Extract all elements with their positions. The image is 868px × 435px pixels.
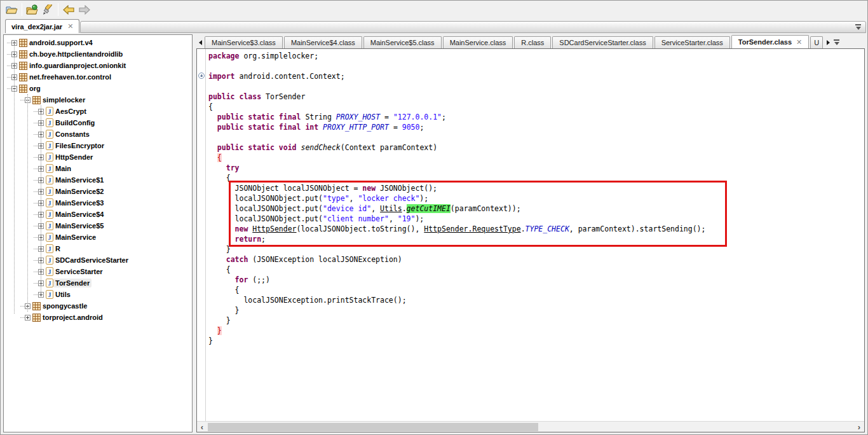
tree-connector-line	[7, 66, 11, 66]
toolbar	[1, 1, 867, 18]
tab-r-class[interactable]: R.class	[514, 36, 551, 48]
code-line: }	[208, 315, 864, 326]
keyword-token: return	[235, 235, 262, 244]
tree-item-servicestarter[interactable]: JServiceStarter	[4, 266, 191, 277]
search-highlight-token: getCutIMEI	[407, 204, 451, 213]
code-line: new HttpSender(localJSONObject.toString(…	[208, 224, 864, 234]
tab-scroll-left-icon[interactable]	[196, 36, 205, 48]
close-icon[interactable]: ✕	[796, 39, 802, 46]
code-line: {	[208, 153, 864, 163]
tree-connector-line	[34, 203, 38, 204]
java-class-icon: J	[46, 244, 53, 253]
tree-item-httpsender[interactable]: JHttpSender	[4, 151, 191, 163]
tree-item-torsender[interactable]: JTorSender	[4, 277, 191, 289]
close-icon[interactable]: ✕	[67, 23, 73, 30]
keyword-token: static	[248, 113, 275, 121]
package-icon	[19, 62, 27, 70]
tab-torsender-class[interactable]: TorSender.class✕	[731, 35, 809, 48]
tree-item-main[interactable]: JMain	[4, 163, 191, 174]
package-icon	[19, 50, 27, 59]
keyword-token: final	[279, 113, 301, 121]
tree-item-buildconfig[interactable]: JBuildConfig	[4, 117, 191, 128]
tree-item-constants[interactable]: JConstants	[4, 128, 191, 140]
code-editor: package org.simplelocker;import android.…	[196, 48, 865, 432]
scroll-left-icon[interactable]: ‹	[197, 422, 207, 432]
fold-margin	[197, 49, 206, 421]
code-line: public static void sendCheck(Context par…	[208, 142, 864, 153]
tree-connector-line	[34, 157, 38, 158]
code-line: localJSONException.printStackTrace();	[208, 295, 864, 305]
tab-mainservice-4-class[interactable]: MainService$4.class	[284, 36, 362, 48]
horizontal-scrollbar[interactable]: ‹ ›	[197, 421, 864, 432]
tree-item-label: MainService$1	[53, 176, 105, 184]
tree-item-mainservice-5[interactable]: JMainService$5	[4, 220, 191, 231]
tab-sdcardservicestarter-class[interactable]: SDCardServiceStarter.class	[552, 36, 653, 48]
back-icon[interactable]	[61, 2, 76, 17]
brace-match-token: }	[217, 326, 222, 335]
tree-item-torproject-android[interactable]: torproject.android	[4, 312, 191, 323]
tree-item-label: Constants	[53, 130, 92, 139]
code-viewport[interactable]: package org.simplelocker;import android.…	[197, 49, 864, 421]
tree-item-aescrypt[interactable]: JAesCrypt	[4, 106, 191, 117]
method-token: sendCheck	[301, 143, 340, 152]
scroll-right-icon[interactable]: ›	[854, 422, 864, 432]
tree-item-mainservice-3[interactable]: JMainService$3	[4, 197, 191, 209]
code-line: {	[208, 102, 864, 112]
tree-item-spongycastle[interactable]: spongycastle	[4, 300, 191, 312]
open-type-icon[interactable]	[25, 2, 40, 17]
code-token	[275, 143, 279, 152]
tab-u[interactable]: U	[810, 36, 823, 48]
tree-item-org[interactable]: org	[4, 83, 191, 94]
keyword-token: package	[208, 52, 239, 60]
code-token: {	[208, 265, 231, 274]
tree-item-net-freehaven-tor-control[interactable]: net.freehaven.tor.control	[4, 71, 191, 83]
tree-item-filesencryptor[interactable]: JFilesEncryptor	[4, 140, 191, 151]
code-line: {	[208, 265, 864, 275]
link-token: HttpSender	[252, 224, 296, 233]
java-class-icon: J	[46, 164, 53, 173]
tab-scroll-right-icon[interactable]	[824, 36, 832, 48]
toolbar-separator	[58, 3, 58, 16]
tree-item-simplelocker[interactable]: simplelocker	[4, 94, 191, 106]
code-token	[208, 255, 226, 264]
code-token: ,	[349, 194, 358, 203]
tree-item-info-guardianproject-onionkit[interactable]: info.guardianproject.onionkit	[4, 60, 191, 71]
tree-item-label: torproject.android	[41, 313, 105, 322]
tree-item-r[interactable]: JR	[4, 243, 191, 254]
fold-expand-icon[interactable]	[198, 72, 205, 79]
tree-item-android-support-v4[interactable]: android.support.v4	[4, 37, 191, 48]
svg-text:J: J	[48, 177, 51, 184]
java-class-icon: J	[46, 198, 53, 207]
tree-item-mainservice-2[interactable]: JMainService$2	[4, 186, 191, 197]
keyword-token: public	[208, 92, 235, 101]
tab-overflow-list-icon[interactable]	[832, 36, 841, 48]
source-code: package org.simplelocker;import android.…	[206, 49, 864, 421]
code-token: localJSONException.printStackTrace();	[208, 296, 407, 305]
expand-icon[interactable]	[25, 315, 31, 321]
tree-item-sdcardservicestarter[interactable]: JSDCardServiceStarter	[4, 254, 191, 266]
tree-item-mainservice-4[interactable]: JMainService$4	[4, 209, 191, 220]
svg-text:J: J	[48, 291, 51, 298]
svg-text:J: J	[48, 108, 51, 115]
tree-item-label: MainService$5	[53, 221, 105, 230]
keyword-token: static	[248, 143, 275, 152]
tree-item-utils[interactable]: JUtils	[4, 289, 191, 300]
search-icon[interactable]	[40, 2, 55, 17]
forward-icon[interactable]	[76, 2, 92, 17]
tab-mainservice-class[interactable]: MainService.class	[443, 36, 513, 48]
scrollbar-thumb[interactable]	[208, 423, 538, 431]
tree-item-mainservice-1[interactable]: JMainService$1	[4, 174, 191, 186]
svg-text:J: J	[48, 120, 51, 127]
svg-text:J: J	[48, 223, 51, 230]
tree-item-ch-boye-httpclientandroidlib[interactable]: ch.boye.httpclientandroidlib	[4, 48, 191, 60]
open-file-icon[interactable]	[4, 2, 19, 17]
tab-mainservice-5-class[interactable]: MainService$5.class	[363, 36, 442, 48]
code-line: JSONObject localJSONObject = new JSONObj…	[208, 183, 864, 193]
tab-mainservice-3-class[interactable]: MainService$3.class	[205, 36, 283, 48]
string-token: "device id"	[323, 204, 371, 213]
tab-jar-file[interactable]: vira_dex2jar.jar ✕	[5, 19, 79, 33]
tab-servicestarter-class[interactable]: ServiceStarter.class	[654, 36, 730, 48]
code-token: localJSONObject.put(	[208, 204, 323, 213]
tab-list-dropdown-icon[interactable]	[855, 24, 862, 30]
tree-item-mainservice[interactable]: JMainService	[4, 231, 191, 243]
